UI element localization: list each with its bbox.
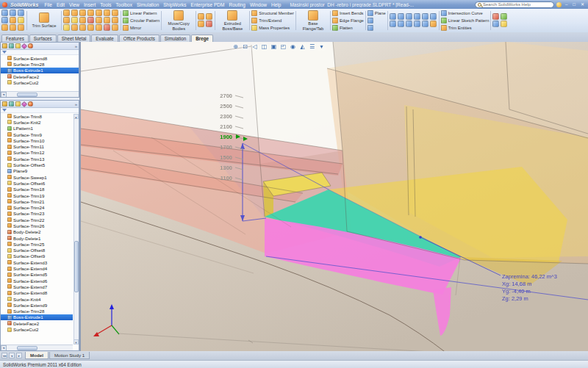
rectangle-icon[interactable] [398, 13, 404, 20]
ruled-surface-icon[interactable] [79, 17, 86, 24]
dimension-value[interactable]: 2500 [220, 103, 232, 109]
fillet-entities-icon[interactable] [10, 24, 16, 31]
horizontal-scrollbar[interactable]: ◂ [1, 344, 73, 350]
intersect-icon[interactable] [198, 21, 204, 27]
tree-item-surface-extend7[interactable]: Surface-Extend7 [1, 284, 73, 289]
tree-item-surface-trim21[interactable]: Surface-Trim21 [1, 198, 73, 204]
circle-icon[interactable] [406, 13, 412, 20]
sketch-entities-icon[interactable] [18, 10, 24, 16]
tree-item-surface-trim23[interactable]: Surface-Trim23 [1, 211, 73, 217]
tree-item-surface-extend5[interactable]: Surface-Extend5 [1, 272, 73, 278]
menu-edit[interactable]: Edit [57, 2, 65, 7]
view-settings-icon[interactable]: ▾ [318, 43, 326, 51]
vertical-scrollbar[interactable] [74, 114, 79, 344]
dimension-value[interactable]: 2700 [220, 93, 232, 99]
display-manager-icon[interactable] [28, 43, 33, 48]
sketch-icon[interactable] [1, 10, 8, 16]
display-manager-icon[interactable] [28, 101, 33, 107]
tree-item-surface-trim9[interactable]: Surface-Trim9 [1, 131, 73, 137]
menu-toolbox[interactable]: Toolbox [116, 2, 132, 7]
tree-item-surface-trim8[interactable]: Surface-Trim8 [1, 113, 73, 119]
tab-nav-first-icon[interactable]: ◂◂ [1, 353, 7, 358]
scroll-up-icon[interactable]: ▴ [74, 114, 79, 119]
graphics-area[interactable]: ⊕⊡◁◫▣◰◉◭☰▾ [81, 42, 588, 351]
menu-shipworks[interactable]: ShipWorks [163, 2, 186, 7]
maximize-button[interactable]: □ [571, 1, 577, 7]
property-manager-icon[interactable] [9, 43, 14, 48]
button-edge-flange[interactable]: Edge Flange [332, 18, 364, 24]
tree-item-body-delete2[interactable]: Body-Delete2 [1, 229, 73, 235]
chevron-right-icon[interactable]: » [75, 102, 77, 107]
tree-item-surface-knit2[interactable]: Surface-Knit2 [1, 119, 73, 125]
hide-show-items-icon[interactable]: ◉ [289, 43, 297, 51]
tree-item-surface-trim13[interactable]: Surface-Trim13 [1, 156, 73, 162]
tree-item-deleteface2[interactable]: DeleteFace2 [1, 73, 79, 79]
tree-item-surface-extend4[interactable]: Surface-Extend4 [1, 265, 73, 271]
cut-with-surface-icon[interactable] [87, 24, 94, 31]
display-relations-icon[interactable] [18, 24, 24, 31]
tree-item-surface-trim10[interactable]: Surface-Trim10 [1, 137, 73, 143]
tree-item-surface-trim22[interactable]: Surface-Trim22 [1, 217, 73, 223]
dimension-value[interactable]: 1500 [220, 154, 232, 161]
dimxpert-manager-icon[interactable] [21, 101, 27, 107]
chevron-right-icon[interactable]: » [75, 44, 77, 48]
button-insert-bends[interactable]: Insert Bends [332, 10, 364, 17]
options-icon[interactable] [501, 21, 507, 27]
tree-item-lpattern1[interactable]: LPattern1 [1, 126, 73, 131]
surface-fillet-icon[interactable] [96, 24, 102, 31]
dimension-value[interactable]: 1100 [220, 175, 232, 181]
tree-item-surface-extend8[interactable]: Surface-Extend8 [1, 55, 79, 61]
button-plane[interactable]: Plane [368, 10, 386, 17]
ellipse-icon[interactable] [430, 13, 437, 20]
tree-item-surface-trim26[interactable]: Surface-Trim26 [1, 223, 73, 228]
parting-surface-icon[interactable] [112, 24, 118, 31]
apply-scene-icon[interactable]: ☰ [308, 43, 316, 51]
dimxpert-manager-icon[interactable] [21, 43, 27, 48]
button-flatten[interactable]: Flatten [332, 25, 364, 32]
offset-surface-icon[interactable] [71, 17, 78, 24]
tree-item-surface-trim28[interactable]: Surface-Trim28 [1, 61, 79, 67]
button-trim-entities[interactable]: Trim Entities [441, 25, 490, 32]
tree-item-surface-trim11[interactable]: Surface-Trim11 [1, 143, 73, 149]
tab-nav-next-icon[interactable]: ▸ [16, 353, 22, 358]
tab-simulation[interactable]: Simulation [160, 35, 190, 42]
thickened-cut-icon[interactable] [79, 24, 86, 31]
menu-insert[interactable]: Insert [84, 2, 96, 7]
scroll-left-icon[interactable]: ◂ [1, 92, 7, 98]
tree-item-surface-extend3[interactable]: Surface-Extend3 [1, 259, 73, 265]
button-intersection-curve[interactable]: Intersection Curve [441, 10, 490, 17]
tree-item-surface-trim18[interactable]: Surface-Trim18 [1, 187, 73, 192]
scroll-left-icon[interactable]: ◂ [1, 345, 7, 351]
delete-hole-icon[interactable] [104, 24, 110, 31]
centerline-icon[interactable] [414, 21, 420, 27]
zoom-fit-icon[interactable]: ⊕ [232, 43, 240, 51]
mirror-entities-icon[interactable] [1, 24, 8, 31]
dimension-value[interactable]: 2300 [220, 113, 232, 120]
resources-icon[interactable] [556, 2, 562, 7]
filter-bar-bottom[interactable] [1, 108, 79, 113]
tree-item-surface-offset5[interactable]: Surface-Offset5 [1, 162, 73, 167]
viewport-3d-scene[interactable]: 270025002300210019001700150013001100 Zap… [81, 42, 588, 351]
tree-item-surfacecut2[interactable]: SurfaceCut2 [1, 79, 79, 85]
button-trim-extend[interactable]: Trim/Extend [251, 18, 294, 24]
split-icon[interactable] [206, 13, 212, 20]
tree-item-surface-trim28[interactable]: Surface-Trim28 [1, 309, 73, 314]
menu-view[interactable]: View [69, 2, 79, 7]
filter-bar-top[interactable] [1, 50, 79, 55]
tree-item-body-delete1[interactable]: Body-Delete1 [1, 235, 73, 241]
tab-brege[interactable]: Brege [191, 35, 213, 42]
dimension-value-selected[interactable]: 1900 [220, 134, 232, 140]
scroll-thumb[interactable] [17, 93, 37, 97]
lofted-surface-icon[interactable] [87, 10, 94, 16]
tab-office-products[interactable]: Office Products [119, 35, 159, 42]
tree-item-surface-offset9[interactable]: Surface-Offset9 [1, 253, 73, 259]
scroll-thumb[interactable] [74, 241, 79, 292]
help-search-box[interactable] [475, 1, 554, 8]
tree-item-surface-trim12[interactable]: Surface-Trim12 [1, 150, 73, 156]
convert-entities-icon[interactable] [10, 17, 16, 24]
tree-item-surface-extend6[interactable]: Surface-Extend6 [1, 278, 73, 284]
button-extruded-boss-base[interactable]: Extruded Boss/Base [217, 10, 248, 32]
smart-dimension-icon[interactable] [10, 10, 16, 16]
edit-appearance-icon[interactable]: ◭ [298, 43, 306, 51]
polygon-icon[interactable] [390, 21, 396, 27]
